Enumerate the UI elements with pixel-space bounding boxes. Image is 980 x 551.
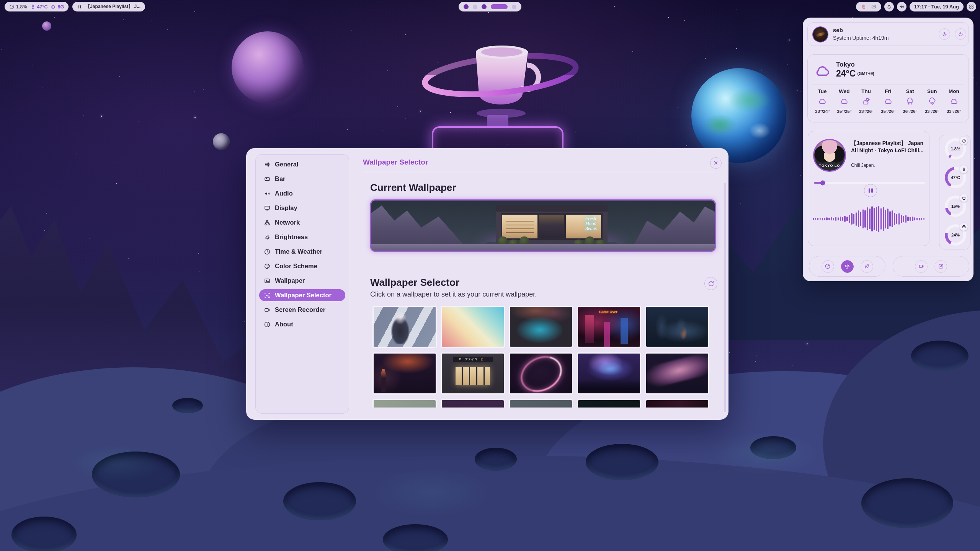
cpu-usage: 1.8% — [16, 4, 27, 10]
clock-label: 17:17 - Tue, 19 Aug — [914, 4, 959, 10]
therm-icon — [960, 165, 968, 173]
day-label: Sat — [901, 88, 919, 94]
screen-recorder-button[interactable] — [915, 260, 928, 273]
wallpaper-thumb-pastel-gradient[interactable] — [441, 306, 505, 348]
cloud-weather-icon — [818, 94, 827, 103]
user-card: seb System Uptime: 4h19m — [807, 22, 969, 46]
volume-button[interactable] — [897, 2, 906, 11]
slider-knob[interactable] — [820, 180, 825, 185]
workspace-1-occupied[interactable] — [464, 4, 469, 9]
forecast-day-mon: Mon33°/26° — [945, 88, 963, 114]
system-gauges-card: 1.8% 47°C 16% 24% — [939, 135, 971, 249]
seek-slider[interactable] — [814, 182, 925, 184]
workspace-5-empty[interactable] — [512, 5, 516, 9]
selector-heading: Wallpaper Selector — [370, 277, 459, 289]
day-label: Wed — [835, 88, 853, 94]
waveform-bar — [822, 218, 823, 220]
performance-button[interactable] — [822, 260, 834, 273]
sidebar-item-time-weather[interactable]: Time & Weather — [259, 246, 345, 258]
wallpaper-thumb-slate-gray[interactable] — [509, 399, 573, 408]
waveform-bar — [851, 213, 852, 224]
clock-pill[interactable]: 17:17 - Tue, 19 Aug — [910, 2, 964, 11]
user-name: seb — [833, 27, 843, 33]
workspaces-pill[interactable] — [459, 2, 521, 11]
album-art-text: TOKYO LO — [814, 164, 845, 168]
sidebar-item-label: Time & Weather — [275, 248, 322, 255]
wallpaper-thumb-purple-ring-black-hole[interactable] — [509, 352, 573, 395]
sidebar-item-display[interactable]: Display — [259, 202, 345, 214]
sidebar-item-network[interactable]: Network — [259, 217, 345, 228]
balanced-button[interactable] — [841, 260, 854, 273]
wallpaper-thumb-dark-blue-snow-village[interactable] — [645, 306, 709, 348]
sidebar-item-label: Bar — [275, 175, 286, 183]
cup-stand — [487, 115, 508, 128]
video-icon — [264, 306, 271, 313]
power-profile-group — [809, 256, 885, 277]
avatar[interactable] — [812, 26, 828, 42]
wallpaper-thumb-autumn-purple-hill[interactable] — [441, 399, 505, 408]
wallpaper-thumb-pink-mesh-wave[interactable] — [645, 352, 709, 395]
waveform-bar — [828, 218, 830, 220]
scrollbar[interactable] — [724, 183, 726, 412]
waveform-bar — [858, 210, 859, 227]
waveform-bar — [901, 215, 902, 223]
tray-app-photo-icon[interactable] — [871, 4, 877, 10]
media-pill[interactable]: 【Japanese Playlist】 J... — [72, 2, 145, 11]
pause-button[interactable] — [864, 184, 877, 197]
wallpaper-thumb-dark-teal[interactable] — [577, 399, 641, 408]
track-title: 【Japanese Playlist】 Japan All Night - To… — [851, 140, 926, 154]
wallpaper-thumb-nebula-forest[interactable] — [577, 352, 641, 395]
dashboard-button[interactable] — [967, 2, 976, 11]
power-saver-button[interactable] — [861, 260, 873, 273]
waveform-bar — [919, 218, 920, 220]
small-moon — [213, 133, 230, 150]
refresh-button[interactable] — [704, 277, 717, 290]
wallpaper-thumb-dark-maroon[interactable] — [645, 399, 709, 408]
window-title: Wallpaper Selector — [363, 158, 428, 166]
pause-icon — [77, 4, 82, 10]
media-player-card: TOKYO LO 【Japanese Playlist】 Japan All N… — [808, 131, 929, 246]
sidebar-item-bar[interactable]: Bar — [259, 173, 345, 185]
day-label: Fri — [879, 88, 897, 94]
weather-cloud-icon — [814, 62, 831, 80]
screenshot-button[interactable] — [934, 260, 947, 273]
gauge-icon — [960, 137, 968, 145]
waveform-bar — [838, 217, 839, 220]
waveform-bar — [878, 206, 879, 231]
wallpaper-thumb-red-glow-forest[interactable] — [372, 352, 437, 395]
waveform-bar — [817, 218, 818, 220]
bright-icon — [264, 234, 271, 241]
sidebar-item-wallpaper-selector[interactable]: Wallpaper Selector — [259, 289, 345, 301]
leaf-icon — [864, 263, 870, 269]
settings-button[interactable] — [939, 28, 950, 40]
wallpaper-thumb-sage-gray[interactable] — [372, 399, 437, 408]
waveform-bar — [824, 218, 825, 220]
notifications-button[interactable] — [884, 2, 894, 11]
waveform-bar — [853, 214, 854, 223]
tray-app-hand-icon[interactable] — [861, 4, 866, 10]
workspace-4-active[interactable] — [491, 4, 508, 9]
sidebar-item-screen-recorder[interactable]: Screen Recorder — [259, 304, 345, 316]
palette-icon — [264, 263, 271, 270]
sidebar-item-about[interactable]: About — [259, 318, 345, 330]
suncloud-weather-icon — [862, 94, 871, 103]
wallpaper-thumb-anime-girl-crosswalk[interactable] — [372, 306, 437, 348]
workspace-2-empty[interactable] — [473, 5, 477, 9]
bar-icon — [264, 176, 271, 183]
selector-caption: Click on a wallpaper to set it as your c… — [370, 290, 537, 298]
waveform-bar — [894, 213, 895, 225]
sidebar-item-audio[interactable]: Audio — [259, 187, 345, 199]
close-button[interactable]: ✕ — [710, 157, 722, 169]
wallpaper-thumb-lofi-coffee-storefront[interactable]: ローファイコーヒー — [441, 352, 505, 395]
sidebar-item-brightness[interactable]: Brightness — [259, 231, 345, 243]
sidebar-item-wallpaper[interactable]: Wallpaper — [259, 275, 345, 287]
waveform-bar — [831, 217, 832, 220]
power-button[interactable] — [955, 28, 966, 40]
sidebar-item-color-scheme[interactable]: Color Scheme — [259, 260, 345, 272]
wallpaper-thumb-neon-arcade-alley[interactable]: Game Over — [577, 306, 641, 348]
cloud-weather-icon — [949, 94, 959, 103]
sidebar-item-general[interactable]: General — [259, 158, 345, 170]
wallpaper-thumb-teal-blur-abstract[interactable] — [509, 306, 573, 348]
workspace-3-occupied[interactable] — [482, 4, 487, 9]
forecast-day-sat: Sat36°/26° — [901, 88, 919, 114]
